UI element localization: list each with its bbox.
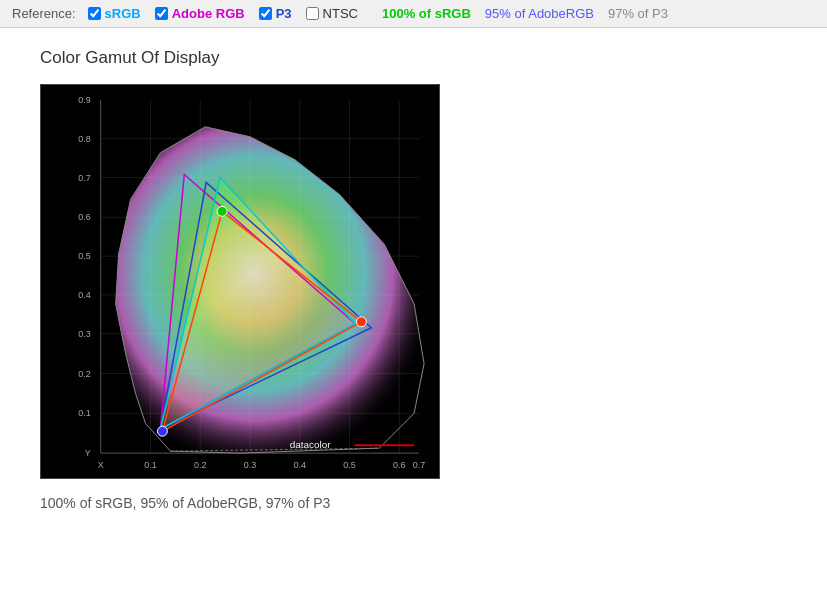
svg-text:0.6: 0.6 xyxy=(78,212,90,222)
svg-text:0.4: 0.4 xyxy=(293,460,305,470)
color-gamut-chart: 0.9 0.8 0.7 0.6 0.5 0.4 0.3 0.2 0.1 Y X … xyxy=(40,84,440,479)
svg-point-43 xyxy=(217,206,227,216)
svg-point-44 xyxy=(157,426,167,436)
section-title: Color Gamut Of Display xyxy=(40,48,787,68)
svg-text:0.3: 0.3 xyxy=(78,329,90,339)
svg-text:0.7: 0.7 xyxy=(78,173,90,183)
svg-text:Y: Y xyxy=(85,448,91,458)
stat-p3: 97% of P3 xyxy=(608,6,668,21)
checkbox-p3-group: P3 xyxy=(259,6,292,21)
svg-text:0.5: 0.5 xyxy=(78,251,90,261)
svg-text:0.9: 0.9 xyxy=(78,95,90,105)
svg-text:0.2: 0.2 xyxy=(78,369,90,379)
svg-text:0.5: 0.5 xyxy=(343,460,355,470)
svg-text:0.8: 0.8 xyxy=(78,134,90,144)
svg-text:0.3: 0.3 xyxy=(244,460,256,470)
svg-text:0.1: 0.1 xyxy=(78,408,90,418)
checkbox-p3[interactable] xyxy=(259,7,272,20)
label-p3[interactable]: P3 xyxy=(276,6,292,21)
checkbox-ntsc-group: NTSC xyxy=(306,6,358,21)
stat-srgb: 100% of sRGB xyxy=(382,6,471,21)
svg-text:0.7: 0.7 xyxy=(413,460,425,470)
checkbox-ntsc[interactable] xyxy=(306,7,319,20)
reference-label: Reference: xyxy=(12,6,76,21)
checkbox-adobe-group: Adobe RGB xyxy=(155,6,245,21)
svg-text:0.1: 0.1 xyxy=(144,460,156,470)
chart-caption: 100% of sRGB, 95% of AdobeRGB, 97% of P3 xyxy=(40,495,787,511)
svg-text:0.6: 0.6 xyxy=(393,460,405,470)
toolbar: Reference: sRGB Adobe RGB P3 NTSC 100% o… xyxy=(0,0,827,28)
svg-point-42 xyxy=(356,317,366,327)
checkbox-srgb-group: sRGB xyxy=(88,6,141,21)
checkbox-srgb[interactable] xyxy=(88,7,101,20)
svg-text:X: X xyxy=(98,460,104,470)
svg-text:0.2: 0.2 xyxy=(194,460,206,470)
svg-text:0.4: 0.4 xyxy=(78,290,90,300)
checkbox-adobe[interactable] xyxy=(155,7,168,20)
watermark-text: datacolor xyxy=(290,439,332,450)
main-content: Color Gamut Of Display xyxy=(0,28,827,531)
label-ntsc[interactable]: NTSC xyxy=(323,6,358,21)
stat-adobe: 95% of AdobeRGB xyxy=(485,6,594,21)
label-srgb[interactable]: sRGB xyxy=(105,6,141,21)
label-adobe[interactable]: Adobe RGB xyxy=(172,6,245,21)
